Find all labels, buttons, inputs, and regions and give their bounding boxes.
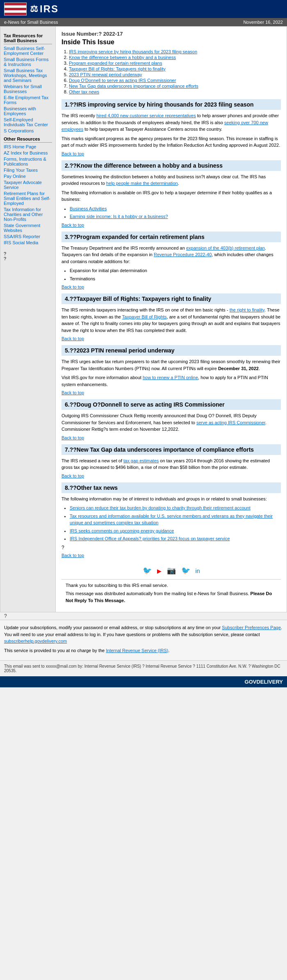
section-2-para-1: Sometimes knowing the distinction betwee…	[61, 173, 281, 187]
link-taxpayer-bill[interactable]: Taxpayer Bill of Rights	[122, 314, 167, 319]
content-area: Issue Number:? 2022-17 Inside This Issue…	[56, 27, 287, 612]
sidebar-item-filing[interactable]: Filing Your Taxes	[4, 168, 52, 173]
toc-item-6[interactable]: Doug O'Donnell to serve as acting IRS Co…	[69, 78, 176, 83]
link-taxpayer-service[interactable]: IRS Independent Office of Appeals? prior…	[70, 536, 230, 541]
link-service-members[interactable]: Tax resources and information available …	[70, 514, 273, 525]
link-customer-service-reps[interactable]: hired 4,000 new customer service represe…	[96, 113, 196, 118]
section-1-title: 1.??IRS improving service by hiring thou…	[61, 99, 281, 110]
link-hobby-income[interactable]: Earning side income: Is it a hobby or a …	[70, 214, 168, 219]
section-8-bullets: Seniors can reduce their tax burden by d…	[61, 505, 281, 542]
sidebar-item-az-index[interactable]: AZ Index for Business	[4, 150, 52, 155]
back-to-top-1[interactable]: Back to top	[61, 151, 281, 156]
sidebar-item-ssa-irs[interactable]: SSA/IRS Reporter	[4, 234, 52, 239]
link-business-activities[interactable]: Business Activities	[70, 206, 107, 211]
expansion-item-2: Terminations	[70, 275, 281, 282]
section-7-body: The IRS released a new set of tax gap es…	[61, 457, 281, 471]
back-to-top-4[interactable]: Back to top	[61, 336, 281, 341]
link-renew-ptin[interactable]: how to renew a PTIN online	[143, 375, 198, 380]
link-irs[interactable]: Internal Revenue Service (IRS)	[106, 648, 168, 653]
toc-item-4[interactable]: Taxpayer Bill of Rights: Taxpayers right…	[69, 66, 166, 71]
enews-label: e-News for Small Business	[4, 20, 58, 25]
irs-logo: ⚖ IRS	[30, 3, 59, 15]
toc-item-1[interactable]: IRS improving service by hiring thousand…	[69, 49, 197, 54]
twitter-icon[interactable]: 🐦	[181, 566, 190, 575]
youtube-icon[interactable]: ▶	[157, 568, 162, 574]
section-6-number: 6.??	[65, 401, 77, 408]
sidebar-other-title: Other Resources	[4, 136, 52, 143]
sidebar-item-retirement[interactable]: Retirement Plans for Small Entities and …	[4, 191, 52, 206]
section-1-heading: IRS improving service by hiring thousand…	[77, 101, 254, 108]
expansion-item-1: Expansion for initial plan determination	[70, 267, 281, 274]
header-date: November 16, 2022	[243, 20, 283, 25]
section-4-body: The IRS reminds taxpayers interacting wi…	[61, 307, 281, 334]
sidebar-item-irs-home[interactable]: IRS Home Page	[4, 144, 52, 149]
main-container: Tax Resources for Small Business Small B…	[0, 26, 287, 612]
link-seniors-tax[interactable]: Seniors can reduce their tax burden by d…	[70, 505, 251, 510]
inside-issue-title: Inside This Issue	[61, 39, 281, 46]
irs-logo-icon: ⚖	[30, 4, 38, 14]
section-8-intro: The following information may be of inte…	[61, 496, 281, 503]
section-2-heading: Know the difference between a hobby and …	[77, 162, 223, 169]
toc-item-3[interactable]: Program expanded for certain retirement …	[69, 61, 162, 66]
legal-footer-text: This email was sent to xxxxx@mail.com by…	[4, 664, 283, 673]
link-403b-expansion[interactable]: expansion of the 403(b) retirement plan	[186, 246, 265, 250]
link-subscriberhelp[interactable]: subscriberhelp.govdelivery.com	[4, 639, 67, 643]
link-700-employees[interactable]: seeking over 700 new employees	[61, 120, 268, 132]
sidebar-item-efile[interactable]: E-file Employment Tax Forms	[4, 95, 52, 105]
link-hobby-determination[interactable]: help people make the determination	[106, 181, 178, 186]
instagram-icon[interactable]: 📷	[167, 566, 176, 575]
back-to-top-8[interactable]: Back to top	[61, 553, 281, 558]
sidebar-item-workshops[interactable]: Small Business Tax Workshops, Meetings a…	[4, 68, 52, 83]
back-to-top-5[interactable]: Back to top	[61, 390, 281, 395]
sidebar-item-pay-online[interactable]: Pay Online	[4, 174, 52, 179]
sidebar-question2: ?	[4, 256, 6, 261]
section-8-body: The following information may be of inte…	[61, 496, 281, 542]
flag-icon	[4, 2, 27, 16]
sidebar-item-taxpayer-advocate[interactable]: Taxpayer Advocate Service	[4, 180, 52, 190]
section-5-number: 5.??	[65, 347, 77, 354]
link-energy-guidance[interactable]: IRS seeks comments on upcoming energy gu…	[70, 528, 174, 533]
section-5-para-1: The IRS urges active tax return preparer…	[61, 358, 281, 372]
sidebar-item-state-gov[interactable]: State Government Websites	[4, 223, 52, 233]
link-acting-commissioner[interactable]: serve as acting IRS Commissioner	[196, 420, 265, 425]
toc-item-2[interactable]: Know the difference between a hobby and …	[69, 55, 176, 60]
sidebar-item-self-employment[interactable]: Small Business Self-Employment Center	[4, 46, 52, 56]
outer-footer-subscriptions: Update your subscriptions, modify your p…	[4, 624, 283, 645]
link-subscriber-prefs[interactable]: Subscriber Preferences Page	[222, 625, 281, 630]
footer-auto: This message was distributed automatical…	[66, 590, 277, 604]
sidebar-item-forms[interactable]: Small Business Forms & Instructions	[4, 57, 52, 67]
link-tax-gap[interactable]: tax gap estimates	[123, 458, 159, 463]
footer-thanks: Thank you for subscribing to this IRS em…	[66, 582, 277, 589]
toc-item-7[interactable]: New Tax Gap data underscores importance …	[69, 84, 198, 89]
section-7-para-1: The IRS released a new set of tax gap es…	[61, 457, 281, 471]
back-to-top-7[interactable]: Back to top	[61, 473, 281, 478]
section-7-number: 7.??	[65, 446, 77, 453]
toc-item-8[interactable]: Other tax news	[69, 89, 99, 94]
section-1-body: The IRS recently hired 4,000 new custome…	[61, 112, 281, 149]
section-3-bullets: Expansion for initial plan determination…	[61, 267, 281, 282]
link-right-finality[interactable]: the right to finality	[230, 307, 264, 312]
section-5-title: 5.??2023 PTIN renewal period underway	[61, 345, 281, 356]
section-2-para-2: The following information is available o…	[61, 189, 281, 203]
back-to-top-3[interactable]: Back to top	[61, 284, 281, 289]
toc-item-5[interactable]: 2023 PTIN renewal period underway	[69, 72, 142, 77]
section-7-title: 7.??New Tax Gap data underscores importa…	[61, 444, 281, 455]
section-3-title: 3.??Program expanded for certain retirem…	[61, 232, 281, 242]
back-to-top-6[interactable]: Back to top	[61, 435, 281, 440]
link-revenue-proc[interactable]: Revenue Procedure 2022-40	[154, 252, 212, 257]
sidebar-question1: ?	[4, 251, 6, 256]
section-2-title: 2.??Know the difference between a hobby …	[61, 160, 281, 171]
sidebar-item-self-employed[interactable]: Self-Employed Individuals Tax Center	[4, 117, 52, 127]
sidebar-item-charities[interactable]: Tax Information for Charities and Other …	[4, 207, 52, 222]
facebook-icon[interactable]: 🐦	[143, 566, 152, 575]
section-3-heading: Program expanded for certain retirement …	[77, 234, 205, 240]
sidebar-item-social-media[interactable]: IRS Social Media	[4, 240, 52, 245]
sidebar-item-forms-pubs[interactable]: Forms, Instructions & Publications	[4, 157, 52, 166]
back-to-top-2[interactable]: Back to top	[61, 223, 281, 227]
section-8-question: ?	[61, 545, 281, 550]
sidebar-item-corporations[interactable]: S Corporations	[4, 128, 52, 133]
section-1-para-1: The IRS recently hired 4,000 new custome…	[61, 112, 281, 133]
sidebar-item-employees[interactable]: Businesses with Employees	[4, 106, 52, 116]
linkedin-icon[interactable]: in	[196, 568, 200, 574]
sidebar-item-webinars[interactable]: Webinars for Small Businesses	[4, 84, 52, 94]
